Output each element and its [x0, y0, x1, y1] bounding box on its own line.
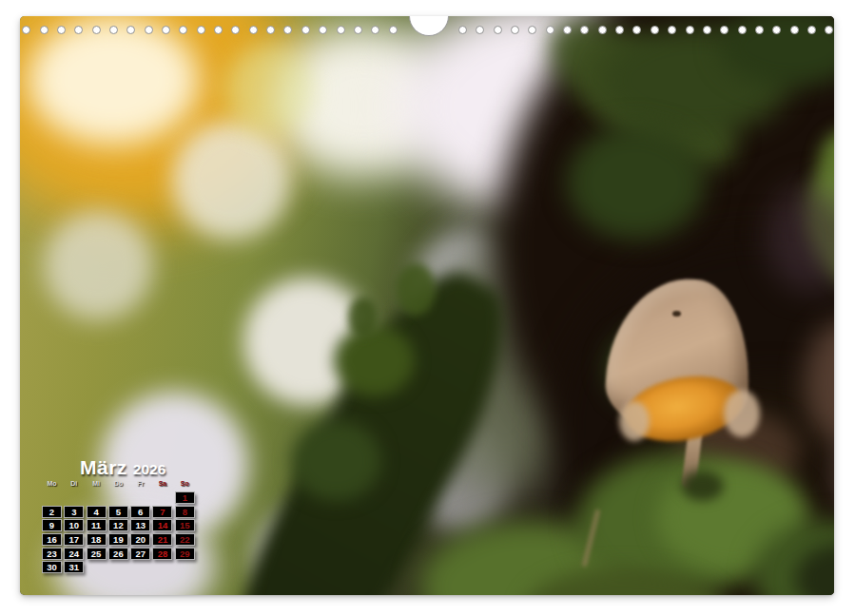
mushroom-cap-speck — [672, 311, 681, 317]
calendar-week-row: 9101112131415 — [42, 519, 195, 531]
calendar-week-row: 1 — [42, 491, 195, 504]
calendar-week-row: 23242526272829 — [42, 548, 195, 560]
day-cell: 7 — [152, 506, 172, 518]
mushroom-base-shadow — [681, 471, 724, 501]
day-cell: 20 — [130, 533, 150, 546]
weekday-header-row: MoDiMiDoFrSaSo — [42, 480, 195, 490]
day-cell: 11 — [87, 519, 107, 531]
calendar-week-row: 2345678 — [42, 506, 195, 518]
moss-patch — [334, 325, 415, 396]
day-cell: 5 — [108, 506, 128, 518]
day-cell: 16 — [42, 533, 62, 546]
moss-patch — [291, 420, 381, 501]
weekday-label: Mo — [42, 480, 62, 490]
calendar-month-title: März2026 — [80, 456, 165, 479]
bokeh-blob — [224, 45, 315, 135]
mushroom-rim-light — [619, 401, 650, 441]
calendar-week-row: 16171819202122 — [42, 533, 195, 546]
day-cell: 3 — [64, 506, 84, 518]
moss-sprig — [396, 263, 436, 316]
day-cell: 31 — [64, 561, 84, 573]
day-cell: 1 — [175, 491, 195, 504]
day-cell: 18 — [87, 533, 107, 546]
day-cell: 10 — [64, 519, 84, 531]
calendar-grid: 1234567891011121314151617181920212223242… — [42, 491, 195, 573]
calendar-product-mockup: März2026 MoDiMiDoFrSaSo 1234567891011121… — [0, 0, 855, 616]
day-cell: 14 — [152, 519, 172, 531]
weekday-label: Do — [108, 480, 128, 490]
day-cell: 4 — [87, 506, 107, 518]
day-cell: 28 — [152, 548, 172, 560]
weekday-label: Di — [64, 480, 84, 490]
day-cell: 24 — [64, 548, 84, 560]
sunlight-glow-core — [28, 16, 199, 144]
day-cell: 2 — [42, 506, 62, 518]
weekday-label: So — [175, 480, 195, 490]
day-cell: 22 — [175, 533, 195, 546]
mushroom-rim-light — [724, 390, 760, 437]
day-cell: 21 — [152, 533, 172, 546]
day-cell: 23 — [42, 548, 62, 560]
day-cell: 17 — [64, 533, 84, 546]
bokeh-blob — [44, 211, 153, 320]
day-cell: 29 — [175, 548, 195, 560]
weekday-label: Sa — [152, 480, 172, 490]
day-cell: 26 — [108, 548, 128, 560]
year-label: 2026 — [133, 461, 165, 477]
day-cell: 13 — [130, 519, 150, 531]
calendar-page: März2026 MoDiMiDoFrSaSo 1234567891011121… — [20, 16, 834, 595]
day-cell: 12 — [108, 519, 128, 531]
weekday-label: Fr — [130, 480, 150, 490]
weekday-label: Mi — [87, 480, 107, 490]
day-cell: 8 — [175, 506, 195, 518]
bokeh-blob — [172, 121, 291, 240]
day-cell: 15 — [175, 519, 195, 531]
day-cell: 19 — [108, 533, 128, 546]
day-cell: 27 — [130, 548, 150, 560]
day-cell: 25 — [87, 548, 107, 560]
month-name: März — [80, 456, 127, 478]
calendar-week-row: 3031 — [42, 561, 195, 573]
moss-sprig — [348, 297, 379, 338]
day-cell: 30 — [42, 561, 62, 573]
day-cell: 9 — [42, 519, 62, 531]
moss-patch — [567, 125, 705, 240]
day-cell: 6 — [130, 506, 150, 518]
